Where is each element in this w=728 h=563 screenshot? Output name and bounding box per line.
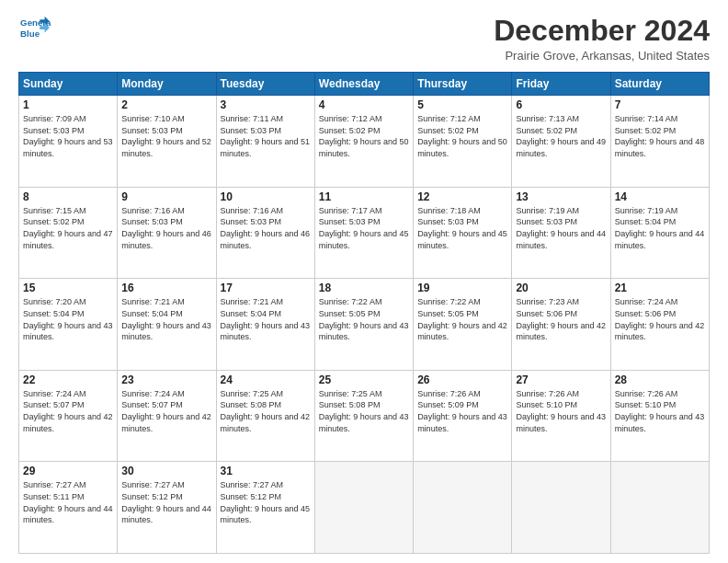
day-number: 8 — [23, 190, 113, 203]
calendar-cell: 11Sunrise: 7:17 AMSunset: 5:03 PMDayligh… — [314, 187, 413, 279]
day-info: Sunrise: 7:21 AMSunset: 5:04 PMDaylight:… — [221, 296, 311, 342]
day-number: 9 — [121, 190, 211, 203]
day-info: Sunrise: 7:12 AMSunset: 5:02 PMDaylight:… — [417, 113, 507, 159]
calendar-cell: 19Sunrise: 7:22 AMSunset: 5:05 PMDayligh… — [414, 279, 512, 371]
calendar-cell: 26Sunrise: 7:26 AMSunset: 5:09 PMDayligh… — [414, 370, 512, 462]
title-block: December 2024 Prairie Grove, Arkansas, U… — [494, 15, 710, 63]
calendar-cell — [610, 462, 709, 554]
day-number: 22 — [23, 373, 113, 386]
calendar-cell: 4Sunrise: 7:12 AMSunset: 5:02 PMDaylight… — [314, 96, 413, 188]
day-info: Sunrise: 7:23 AMSunset: 5:06 PMDaylight:… — [516, 296, 606, 342]
day-info: Sunrise: 7:26 AMSunset: 5:10 PMDaylight:… — [615, 388, 705, 434]
calendar-cell: 14Sunrise: 7:19 AMSunset: 5:04 PMDayligh… — [610, 187, 709, 279]
day-info: Sunrise: 7:19 AMSunset: 5:04 PMDaylight:… — [615, 205, 705, 251]
calendar-cell: 27Sunrise: 7:26 AMSunset: 5:10 PMDayligh… — [512, 370, 610, 462]
day-info: Sunrise: 7:25 AMSunset: 5:08 PMDaylight:… — [319, 388, 409, 434]
day-number: 30 — [121, 465, 211, 477]
day-info: Sunrise: 7:12 AMSunset: 5:02 PMDaylight:… — [319, 113, 409, 159]
day-number: 15 — [23, 282, 113, 294]
day-number: 11 — [319, 190, 409, 203]
day-info: Sunrise: 7:27 AMSunset: 5:12 PMDaylight:… — [121, 479, 211, 525]
day-number: 19 — [417, 282, 507, 294]
day-info: Sunrise: 7:27 AMSunset: 5:12 PMDaylight:… — [221, 479, 311, 525]
calendar-cell: 12Sunrise: 7:18 AMSunset: 5:03 PMDayligh… — [414, 187, 512, 279]
day-number: 2 — [121, 98, 211, 111]
calendar-cell: 20Sunrise: 7:23 AMSunset: 5:06 PMDayligh… — [512, 279, 610, 371]
day-number: 3 — [221, 98, 311, 111]
day-info: Sunrise: 7:26 AMSunset: 5:09 PMDaylight:… — [417, 388, 507, 434]
calendar-cell — [314, 462, 413, 554]
calendar-cell — [414, 462, 512, 554]
day-number: 31 — [221, 465, 311, 477]
day-number: 12 — [417, 190, 507, 203]
day-info: Sunrise: 7:19 AMSunset: 5:03 PMDaylight:… — [516, 205, 606, 251]
location: Prairie Grove, Arkansas, United States — [494, 49, 710, 63]
calendar-cell: 29Sunrise: 7:27 AMSunset: 5:11 PMDayligh… — [19, 462, 118, 554]
day-info: Sunrise: 7:09 AMSunset: 5:03 PMDaylight:… — [23, 113, 113, 159]
calendar-cell: 5Sunrise: 7:12 AMSunset: 5:02 PMDaylight… — [414, 96, 512, 188]
calendar-week-row: 8Sunrise: 7:15 AMSunset: 5:02 PMDaylight… — [19, 187, 710, 279]
calendar-cell: 22Sunrise: 7:24 AMSunset: 5:07 PMDayligh… — [19, 370, 118, 462]
calendar-cell: 10Sunrise: 7:16 AMSunset: 5:03 PMDayligh… — [216, 187, 314, 279]
day-info: Sunrise: 7:13 AMSunset: 5:02 PMDaylight:… — [516, 113, 606, 159]
day-number: 23 — [121, 373, 211, 386]
day-info: Sunrise: 7:15 AMSunset: 5:02 PMDaylight:… — [23, 205, 113, 251]
day-number: 28 — [615, 373, 705, 386]
day-number: 21 — [615, 282, 705, 294]
col-header-thursday: Thursday — [414, 73, 512, 96]
calendar-cell: 6Sunrise: 7:13 AMSunset: 5:02 PMDaylight… — [512, 96, 610, 188]
col-header-sunday: Sunday — [19, 73, 118, 96]
day-info: Sunrise: 7:24 AMSunset: 5:07 PMDaylight:… — [121, 388, 211, 434]
calendar-cell — [512, 462, 610, 554]
calendar-cell: 1Sunrise: 7:09 AMSunset: 5:03 PMDaylight… — [19, 96, 118, 188]
day-info: Sunrise: 7:27 AMSunset: 5:11 PMDaylight:… — [23, 479, 113, 525]
calendar-cell: 24Sunrise: 7:25 AMSunset: 5:08 PMDayligh… — [216, 370, 314, 462]
calendar-cell: 3Sunrise: 7:11 AMSunset: 5:03 PMDaylight… — [216, 96, 314, 188]
page: General Blue December 2024 Prairie Grove… — [0, 0, 728, 563]
calendar-week-row: 15Sunrise: 7:20 AMSunset: 5:04 PMDayligh… — [19, 279, 710, 371]
day-info: Sunrise: 7:24 AMSunset: 5:06 PMDaylight:… — [615, 296, 705, 342]
col-header-tuesday: Tuesday — [216, 73, 314, 96]
day-info: Sunrise: 7:16 AMSunset: 5:03 PMDaylight:… — [221, 205, 311, 251]
calendar-cell: 16Sunrise: 7:21 AMSunset: 5:04 PMDayligh… — [118, 279, 216, 371]
calendar-cell: 8Sunrise: 7:15 AMSunset: 5:02 PMDaylight… — [19, 187, 118, 279]
day-number: 7 — [615, 98, 705, 111]
day-number: 17 — [221, 282, 311, 294]
day-info: Sunrise: 7:22 AMSunset: 5:05 PMDaylight:… — [319, 296, 409, 342]
calendar-cell: 18Sunrise: 7:22 AMSunset: 5:05 PMDayligh… — [314, 279, 413, 371]
day-number: 20 — [516, 282, 606, 294]
calendar-cell: 2Sunrise: 7:10 AMSunset: 5:03 PMDaylight… — [118, 96, 216, 188]
calendar-cell: 21Sunrise: 7:24 AMSunset: 5:06 PMDayligh… — [610, 279, 709, 371]
calendar-cell: 17Sunrise: 7:21 AMSunset: 5:04 PMDayligh… — [216, 279, 314, 371]
day-info: Sunrise: 7:26 AMSunset: 5:10 PMDaylight:… — [516, 388, 606, 434]
day-number: 4 — [319, 98, 409, 111]
logo-icon: General Blue — [18, 15, 51, 42]
day-number: 1 — [23, 98, 113, 111]
calendar-cell: 30Sunrise: 7:27 AMSunset: 5:12 PMDayligh… — [118, 462, 216, 554]
calendar-cell: 15Sunrise: 7:20 AMSunset: 5:04 PMDayligh… — [19, 279, 118, 371]
day-info: Sunrise: 7:22 AMSunset: 5:05 PMDaylight:… — [417, 296, 507, 342]
day-number: 16 — [121, 282, 211, 294]
day-info: Sunrise: 7:11 AMSunset: 5:03 PMDaylight:… — [221, 113, 311, 159]
col-header-wednesday: Wednesday — [314, 73, 413, 96]
svg-text:Blue: Blue — [20, 29, 40, 39]
day-info: Sunrise: 7:25 AMSunset: 5:08 PMDaylight:… — [221, 388, 311, 434]
header: General Blue December 2024 Prairie Grove… — [18, 15, 710, 63]
calendar-week-row: 22Sunrise: 7:24 AMSunset: 5:07 PMDayligh… — [19, 370, 710, 462]
logo: General Blue — [18, 15, 53, 42]
calendar-header-row: SundayMondayTuesdayWednesdayThursdayFrid… — [19, 73, 710, 96]
calendar-cell: 23Sunrise: 7:24 AMSunset: 5:07 PMDayligh… — [118, 370, 216, 462]
day-info: Sunrise: 7:14 AMSunset: 5:02 PMDaylight:… — [615, 113, 705, 159]
day-number: 14 — [615, 190, 705, 203]
calendar-cell: 13Sunrise: 7:19 AMSunset: 5:03 PMDayligh… — [512, 187, 610, 279]
col-header-monday: Monday — [118, 73, 216, 96]
calendar-week-row: 29Sunrise: 7:27 AMSunset: 5:11 PMDayligh… — [19, 462, 710, 554]
day-number: 6 — [516, 98, 606, 111]
col-header-saturday: Saturday — [610, 73, 709, 96]
col-header-friday: Friday — [512, 73, 610, 96]
day-info: Sunrise: 7:20 AMSunset: 5:04 PMDaylight:… — [23, 296, 113, 342]
day-number: 25 — [319, 373, 409, 386]
calendar-week-row: 1Sunrise: 7:09 AMSunset: 5:03 PMDaylight… — [19, 96, 710, 188]
calendar-table: SundayMondayTuesdayWednesdayThursdayFrid… — [18, 72, 710, 554]
day-info: Sunrise: 7:17 AMSunset: 5:03 PMDaylight:… — [319, 205, 409, 251]
